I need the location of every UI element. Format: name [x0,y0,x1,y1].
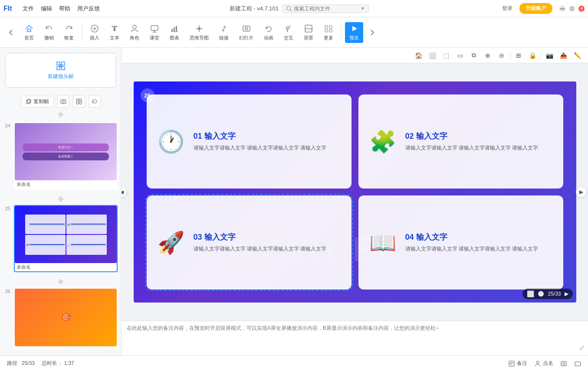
toolbar-character[interactable]: 角色 [125,22,144,43]
card-2-title: 02 输入文字 [405,131,556,141]
rollcall-icon [534,360,541,367]
slide-thumb-24[interactable]: 改进方法一 改进措施二 未命名 [14,122,118,189]
thumb-25-grid: 🕐 🧩 [25,215,107,255]
copy-icon [26,98,32,104]
toolbar-insert[interactable]: 插入 [85,22,104,43]
back-icon [6,28,16,37]
thumb-card-4: 📖 [66,235,107,254]
notes-expand-button[interactable]: ⤢ [579,344,585,352]
folder-bottom-button[interactable] [574,360,581,367]
svg-point-39 [62,101,64,103]
svg-rect-12 [171,29,173,32]
slide-item-26: 26 🎯 [3,286,118,350]
canvas-next-button[interactable]: ▶ [576,187,586,197]
status-bar-actions: 备注 点名 [508,360,581,367]
placeholder-25: ✤ [3,195,118,203]
svg-rect-40 [76,99,79,101]
canvas-copy-btn[interactable]: ⧉ [468,50,480,61]
slide-content: WETH EL 02L 25 🕐 01 输入文字 请输入文字请输入文字 请输入文… [134,81,576,303]
svg-rect-25 [325,26,328,28]
card-3[interactable]: 🚀 03 输入文字 请输入文字请输入文字 请输入文字请输入文字 请输入文字 [147,195,351,290]
toolbar-mindmap[interactable]: 思维导图 [185,22,213,43]
svg-rect-37 [27,99,31,103]
notes-input[interactable] [127,325,583,352]
close-button[interactable]: ✕ [578,6,585,12]
screenshot-button[interactable] [57,95,69,107]
toolbar-forward[interactable] [365,26,380,39]
canvas-zoomout-btn[interactable]: ⊖ [496,50,507,61]
canvas-edit-btn[interactable]: ✏️ [572,50,583,61]
canvas-lock-btn[interactable]: 🔒 [527,50,538,61]
toolbar-link[interactable]: 链接 [215,22,233,43]
svg-line-1 [290,10,292,11]
slide-thumb-26[interactable]: 🎯 [14,288,118,348]
minimize-button[interactable]: — [559,6,565,12]
screenshot-bottom-button[interactable] [560,360,567,367]
canvas-rect-btn[interactable]: ▭ [454,50,466,61]
maximize-button[interactable]: □ [569,6,575,12]
canvas-export-btn[interactable]: 📤 [558,50,569,61]
toolbar-redo-label: 恢复 [64,35,74,41]
toolbar-classroom[interactable]: 课堂 [145,22,164,43]
menu-file[interactable]: 文件 [23,5,34,13]
canvas-camera-btn[interactable]: 📷 [544,50,555,61]
menu-feedback[interactable]: 用户反馈 [77,5,100,13]
copy-frame-button[interactable]: 复制帧 [21,96,54,107]
toolbar-home[interactable]: 首页 [20,22,38,43]
loop-button[interactable] [89,95,101,107]
toolbar-undo[interactable]: 撤销 [40,22,58,43]
canvas-toolbar-sep2 [541,51,541,60]
toolbar-background[interactable]: 背景 [299,22,318,43]
card-4[interactable]: 📖 04 输入文字 请输入文字请输入文字 请输入文字请输入文字 请输入文字 [358,195,563,290]
canvas-frame2-btn[interactable]: ⬚ [440,50,452,61]
card-2[interactable]: 🧩 02 输入文字 请输入文字请输入文字 请输入文字请输入文字 请输入文字 [358,94,563,189]
text-icon [110,24,119,33]
progress-next-icon[interactable]: ▶ [565,291,568,297]
menu-edit[interactable]: 编辑 [41,5,52,13]
chart-icon [170,24,179,33]
slide-list: 24 改进方法一 改进措施二 未命名 ✤ [0,119,121,355]
toolbar-text-label: 文本 [110,35,119,41]
canvas-zoomin-btn[interactable]: ⊕ [482,50,493,61]
search-dropdown-icon[interactable]: ▼ [361,6,365,11]
new-frame-button[interactable]: 新建镜头帧 [5,53,116,88]
notes-button[interactable]: 备注 [508,360,527,367]
thumb-25-content: 🕐 🧩 [15,206,117,263]
svg-rect-7 [114,27,115,31]
toolbar-slide[interactable]: 幻灯片 [235,22,258,43]
svg-rect-2 [27,29,31,32]
canvas-frame-btn[interactable]: ⬜ [427,50,438,61]
toolbar-more[interactable]: 更多 [319,22,338,43]
svg-point-49 [563,362,565,364]
card-1[interactable]: 🕐 01 输入文字 请输入文字请输入文字 请输入文字请输入文字 请输入文字 [147,94,351,189]
toolbar-chart[interactable]: 图表 [165,22,184,43]
new-frame-icon [56,61,66,71]
svg-point-8 [133,25,136,29]
toolbar-separator-1 [82,24,82,41]
upgrade-button[interactable]: 升级账户 [519,3,552,14]
svg-rect-36 [26,100,30,104]
canvas-home-btn[interactable]: 🏠 [413,50,424,61]
slide-thumb-25[interactable]: 🕐 🧩 [14,205,118,272]
canvas-prev-button[interactable]: ◀ [122,187,127,197]
toolbar-insert-label: 插入 [90,35,99,41]
insert-icon [90,24,99,33]
login-button[interactable]: 登录 [499,3,516,13]
search-input[interactable] [294,6,359,12]
toolbar-chart-label: 图表 [170,35,179,41]
toolbar-preview[interactable]: 预览 [345,22,363,43]
grid-view-button[interactable] [73,95,85,107]
rollcall-button[interactable]: 点名 [534,360,553,367]
toolbar-redo[interactable]: 恢复 [60,22,78,43]
placeholder-26: ✤ [3,277,118,286]
search-box[interactable]: ▼ [282,4,369,13]
duration-info: 总时长： 1:37 [42,360,74,367]
menu-help[interactable]: 帮助 [59,5,70,13]
svg-rect-41 [79,99,82,101]
toolbar-back[interactable] [3,26,18,39]
canvas-align-btn[interactable]: ⊞ [513,50,524,61]
toolbar-interact[interactable]: 交互 [279,22,298,43]
resize-handle-24: ✤ [58,111,63,119]
toolbar-text[interactable]: 文本 [105,22,124,43]
toolbar-animation[interactable]: 动画 [260,22,278,43]
